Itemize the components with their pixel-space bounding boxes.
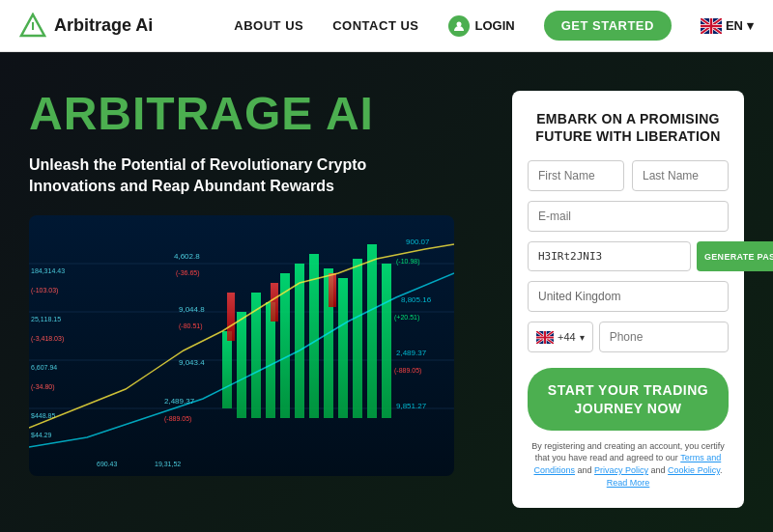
- logo-icon: [19, 13, 46, 40]
- country-input[interactable]: [528, 281, 729, 312]
- form-disclaimer: By registering and creating an account, …: [528, 440, 729, 489]
- first-name-input[interactable]: [528, 160, 624, 191]
- svg-rect-39: [338, 278, 348, 418]
- phone-chevron-icon: ▾: [580, 332, 585, 343]
- left-section: ARBITRAGE AI Unleash the Potential of Re…: [29, 91, 483, 513]
- svg-text:4,602.8: 4,602.8: [174, 252, 200, 261]
- logo[interactable]: Arbitrage Ai: [19, 13, 153, 40]
- last-name-input[interactable]: [632, 160, 729, 191]
- svg-text:2,489.37: 2,489.37: [396, 349, 427, 357]
- svg-rect-32: [237, 312, 246, 418]
- svg-text:(-36.65): (-36.65): [176, 269, 200, 277]
- svg-text:(-103.03): (-103.03): [31, 287, 58, 294]
- svg-point-2: [456, 21, 461, 26]
- start-btn-line2: JOURNEY NOW: [574, 401, 681, 416]
- phone-flag-icon: [536, 331, 554, 344]
- nav-contact-us[interactable]: CONTACT US: [332, 18, 418, 33]
- phone-row: +44 ▾: [528, 322, 729, 352]
- svg-rect-36: [295, 264, 304, 418]
- svg-rect-31: [222, 331, 232, 408]
- form-title: EMBARK ON A PROMISING FUTURE WITH LIBERA…: [528, 110, 729, 145]
- svg-text:9,043.4: 9,043.4: [179, 358, 205, 367]
- svg-rect-41: [367, 244, 377, 418]
- svg-rect-40: [353, 259, 362, 418]
- privacy-link[interactable]: Privacy Policy: [594, 465, 648, 475]
- navbar: Arbitrage Ai ABOUT US CONTACT US LOGIN G…: [0, 0, 773, 52]
- cookie-link[interactable]: Cookie Policy: [668, 465, 720, 475]
- logo-text: Arbitrage Ai: [54, 15, 153, 36]
- svg-text:9,044.8: 9,044.8: [179, 305, 205, 314]
- svg-text:184,314.43: 184,314.43: [31, 267, 65, 274]
- trading-chart: 900.07 (-10.98) 8,805.16 (+20.51) 2,489.…: [29, 215, 454, 476]
- lang-chevron-icon: ▾: [747, 18, 754, 33]
- svg-text:6,607.94: 6,607.94: [31, 364, 57, 371]
- svg-text:690.43: 690.43: [97, 461, 118, 467]
- svg-text:(-10.98): (-10.98): [396, 258, 420, 266]
- get-started-button[interactable]: GET STARTED: [544, 11, 672, 41]
- form-panel: EMBARK ON A PROMISING FUTURE WITH LIBERA…: [512, 91, 744, 508]
- password-row: GENERATE PASSWORDS: [528, 241, 729, 271]
- language-selector[interactable]: EN ▾: [701, 18, 754, 34]
- svg-text:25,118.15: 25,118.15: [31, 316, 61, 322]
- password-input[interactable]: [528, 241, 691, 271]
- lang-label: EN: [726, 18, 743, 33]
- name-row: [528, 160, 729, 191]
- svg-text:(-3,418.03): (-3,418.03): [31, 335, 64, 343]
- right-section: EMBARK ON A PROMISING FUTURE WITH LIBERA…: [512, 91, 744, 513]
- nav-links: ABOUT US CONTACT US LOGIN GET STARTED EN: [234, 11, 754, 41]
- svg-text:2,489.37: 2,489.37: [164, 397, 195, 406]
- svg-rect-43: [227, 293, 235, 341]
- nav-login[interactable]: LOGIN: [448, 15, 515, 37]
- svg-text:(-34.80): (-34.80): [31, 383, 55, 391]
- svg-rect-44: [271, 283, 278, 322]
- phone-input[interactable]: [599, 322, 729, 352]
- svg-text:(+20.51): (+20.51): [394, 314, 419, 322]
- main-content: ARBITRAGE AI Unleash the Potential of Re…: [0, 52, 773, 532]
- svg-text:9,851.27: 9,851.27: [396, 402, 427, 410]
- svg-rect-45: [329, 273, 336, 307]
- chart-image: 900.07 (-10.98) 8,805.16 (+20.51) 2,489.…: [29, 215, 454, 476]
- login-label: LOGIN: [475, 18, 515, 33]
- svg-text:(-80.51): (-80.51): [179, 322, 203, 330]
- svg-text:$44.29: $44.29: [31, 432, 52, 438]
- login-icon: [448, 15, 470, 37]
- svg-text:900.07: 900.07: [406, 238, 430, 246]
- svg-text:(-889.05): (-889.05): [394, 367, 421, 375]
- main-title: ARBITRAGE AI: [29, 91, 483, 137]
- main-subtitle: Unleash the Potential of Revolutionary C…: [29, 154, 386, 198]
- country-code-selector[interactable]: +44 ▾: [528, 322, 593, 352]
- nav-about-us[interactable]: ABOUT US: [234, 18, 303, 33]
- svg-rect-42: [382, 264, 391, 418]
- svg-text:8,805.16: 8,805.16: [401, 295, 432, 304]
- country-code-label: +44: [558, 331, 576, 343]
- svg-text:19,31,52: 19,31,52: [155, 461, 181, 467]
- flag-icon: [701, 18, 722, 34]
- read-more-link[interactable]: Read More: [607, 478, 650, 488]
- email-input[interactable]: [528, 201, 729, 232]
- svg-rect-35: [280, 273, 290, 418]
- start-btn-line1: START YOUR TRADING: [548, 382, 708, 398]
- generate-passwords-button[interactable]: GENERATE PASSWORDS: [697, 241, 773, 271]
- start-trading-button[interactable]: START YOUR TRADING JOURNEY NOW: [528, 368, 729, 430]
- svg-text:(-889.05): (-889.05): [164, 415, 191, 423]
